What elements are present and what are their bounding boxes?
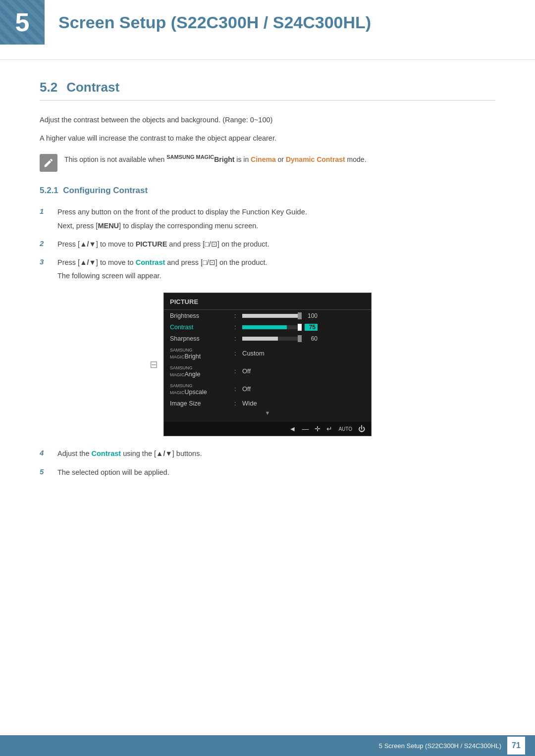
sharpness-num: 60 bbox=[305, 335, 318, 342]
main-content: 5.2Contrast Adjust the contrast between … bbox=[0, 80, 535, 515]
step-4-num: 4 bbox=[40, 448, 53, 457]
screen-row-magicbright: SAMSUNGMAGICBright : Custom bbox=[164, 344, 371, 362]
note-text: This option is not available when SAMSUN… bbox=[64, 153, 367, 165]
page-footer: 5 Screen Setup (S22C300H / S24C300HL) 71 bbox=[0, 735, 535, 756]
magicangle-label: SAMSUNGMAGICAngle bbox=[170, 364, 234, 378]
screen-row-magicangle: SAMSUNGMAGICAngle : Off bbox=[164, 362, 371, 380]
screen-mockup-wrap: ⊟ PICTURE Brightness : bbox=[40, 293, 495, 436]
screen-mockup: PICTURE Brightness : 100 bbox=[163, 293, 372, 436]
section-num: 5.2 bbox=[40, 80, 57, 95]
monitor-icon: ⊟ bbox=[150, 358, 158, 370]
magicbright-label: SAMSUNGMAGICBright bbox=[170, 346, 234, 360]
step-3-bold: Contrast bbox=[136, 258, 165, 266]
imagesize-label: Image Size bbox=[170, 400, 234, 407]
step-1-sub: Next, press [MENU] to display the corres… bbox=[57, 220, 495, 232]
page-number: 71 bbox=[507, 737, 525, 755]
step-4-bold: Contrast bbox=[92, 450, 121, 457]
screen-container: ⊟ PICTURE Brightness : bbox=[163, 293, 372, 436]
magicangle-value: Off bbox=[242, 367, 365, 375]
btn-auto: AUTO bbox=[338, 426, 352, 432]
step-2: 2 Press [▲/▼] to move to PICTURE and pre… bbox=[40, 239, 495, 250]
section-title: Contrast bbox=[66, 80, 119, 95]
btn-power: ⏻ bbox=[358, 425, 365, 433]
step-3: 3 Press [▲/▼] to move to Contrast and pr… bbox=[40, 257, 495, 282]
subsection-heading: 5.2.1 Configuring Contrast bbox=[40, 186, 495, 196]
btn-left: ◄ bbox=[289, 425, 296, 433]
step-5-content: The selected option will be applied. bbox=[57, 467, 495, 478]
magicbright-value: Custom bbox=[242, 350, 365, 357]
chapter-header: 5 Screen Setup (S22C300H / S24C300HL) bbox=[0, 0, 535, 60]
bright-label: Bright bbox=[214, 155, 234, 163]
magicupscale-label: SAMSUNGMAGICUpscale bbox=[170, 382, 234, 396]
footer-text: 5 Screen Setup (S22C300H / S24C300HL) bbox=[379, 742, 501, 750]
note-box: This option is not available when SAMSUN… bbox=[40, 153, 495, 172]
screen-row-imagesize: Image Size : Wide bbox=[164, 398, 371, 409]
body-para-1: Adjust the contrast between the objects … bbox=[40, 114, 495, 126]
brightness-value: 100 bbox=[242, 312, 365, 319]
screen-row-sharpness: Sharpness : 60 bbox=[164, 333, 371, 344]
brightness-num: 100 bbox=[305, 312, 318, 319]
screen-row-magicupscale: SAMSUNGMAGICUpscale : Off bbox=[164, 380, 371, 398]
screen-row-contrast: Contrast : 75 bbox=[164, 321, 371, 333]
step-2-num: 2 bbox=[40, 239, 53, 248]
sharpness-bar bbox=[242, 337, 302, 341]
step-3-num: 3 bbox=[40, 257, 53, 266]
cinema-label: Cinema bbox=[251, 155, 276, 163]
btn-plus: ✛ bbox=[315, 425, 321, 433]
chapter-title: Screen Setup (S22C300H / S24C300HL) bbox=[58, 13, 371, 32]
dynamic-label: Dynamic Contrast bbox=[286, 155, 345, 163]
step-2-content: Press [▲/▼] to move to PICTURE and press… bbox=[57, 239, 495, 250]
step-5: 5 The selected option will be applied. bbox=[40, 467, 495, 478]
steps-list: 1 Press any button on the front of the p… bbox=[40, 206, 495, 478]
contrast-bar bbox=[242, 325, 302, 329]
step-4-content: Adjust the Contrast using the [▲/▼] butt… bbox=[57, 448, 495, 459]
step-1: 1 Press any button on the front of the p… bbox=[40, 206, 495, 231]
chapter-number: 5 bbox=[0, 0, 45, 45]
pencil-icon bbox=[43, 157, 54, 168]
screen-bottom-bar: ◄ — ✛ ↵ AUTO ⏻ bbox=[164, 422, 371, 436]
step-3-content: Press [▲/▼] to move to Contrast and pres… bbox=[57, 257, 495, 282]
contrast-label: Contrast bbox=[170, 324, 234, 331]
samsung-magic-label: SAMSUNG MAGIC bbox=[166, 154, 214, 160]
step-1-num: 1 bbox=[40, 206, 53, 215]
btn-minus: — bbox=[302, 425, 309, 433]
section-heading: 5.2Contrast bbox=[40, 80, 495, 101]
note-icon bbox=[40, 154, 57, 172]
step-2-bold: PICTURE bbox=[136, 240, 167, 248]
imagesize-value: Wide bbox=[242, 400, 365, 407]
brightness-label: Brightness bbox=[170, 312, 234, 319]
screen-rows: Brightness : 100 bbox=[164, 310, 371, 418]
scroll-indicator: ▼ bbox=[164, 409, 371, 418]
magicupscale-value: Off bbox=[242, 385, 365, 393]
step-1-content: Press any button on the front of the pro… bbox=[57, 206, 495, 231]
body-para-2: A higher value will increase the contras… bbox=[40, 133, 495, 144]
sharpness-label: Sharpness bbox=[170, 335, 234, 342]
step-5-num: 5 bbox=[40, 467, 53, 476]
step-4: 4 Adjust the Contrast using the [▲/▼] bu… bbox=[40, 448, 495, 459]
step-3-sub: The following screen will appear. bbox=[57, 270, 495, 282]
contrast-value: 75 bbox=[242, 324, 365, 331]
btn-enter: ↵ bbox=[326, 425, 332, 433]
screen-row-brightness: Brightness : 100 bbox=[164, 310, 371, 321]
sharpness-value: 60 bbox=[242, 335, 365, 342]
contrast-num: 75 bbox=[305, 324, 318, 331]
brightness-bar bbox=[242, 314, 302, 318]
screen-title-bar: PICTURE bbox=[164, 298, 371, 310]
